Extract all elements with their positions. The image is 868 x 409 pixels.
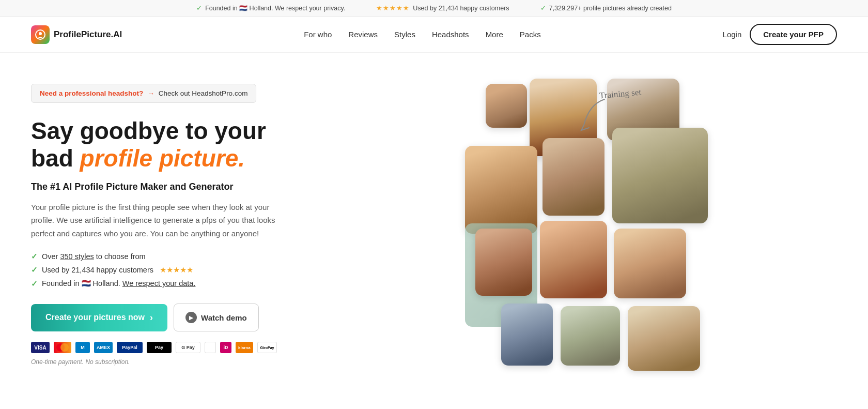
check-icon-styles: ✓ xyxy=(31,252,38,261)
feature-privacy-text: Founded in 🇳🇱 Holland. We respect your d… xyxy=(42,279,195,288)
feature-stars: ★★★★★ xyxy=(160,266,193,274)
login-button[interactable]: Login xyxy=(723,30,742,39)
features-list: ✓ Over 350 styles to choose from ✓ Used … xyxy=(31,252,331,288)
cta-row: Create your pictures now › ▶ Watch demo xyxy=(31,304,331,331)
photo-10 xyxy=(501,304,553,366)
topbar-customers: ★★★★★ Used by 21,434 happy customers xyxy=(376,4,509,12)
nav-reviews[interactable]: Reviews xyxy=(348,30,378,39)
topbar-pictures: ✓ 7,329,297+ profile pictures already cr… xyxy=(540,4,672,12)
navbar: ProfilePicture.AI For who Reviews Styles… xyxy=(0,17,868,53)
topbar-pictures-text: 7,329,297+ profile pictures already crea… xyxy=(549,5,672,12)
headline-colored: profile picture. xyxy=(80,145,245,172)
nav-styles[interactable]: Styles xyxy=(394,30,415,39)
styles-link[interactable]: 350 styles xyxy=(60,252,94,261)
photo-12 xyxy=(628,306,700,371)
check-icon-customers: ✓ xyxy=(31,266,38,274)
topbar-privacy-text: Founded in 🇳🇱 Holland. We respect your p… xyxy=(205,4,345,12)
one-time-text: One-time payment. No subscription. xyxy=(31,358,331,366)
check-icon-privacy2: ✓ xyxy=(31,280,38,288)
play-icon: ▶ xyxy=(185,312,197,323)
photo-8 xyxy=(540,221,607,298)
gpay-icon: G Pay xyxy=(176,342,200,353)
create-btn-arrow: › xyxy=(150,312,153,323)
photo-7 xyxy=(475,229,532,296)
photo-4 xyxy=(465,146,537,234)
check-icon-privacy: ✓ xyxy=(196,4,202,12)
banner-link: Check out HeadshotPro.com xyxy=(159,89,248,97)
topbar-stars: ★★★★★ xyxy=(376,4,410,12)
nav-packs[interactable]: Packs xyxy=(520,30,541,39)
amex-icon: AMEX xyxy=(94,342,113,353)
nav-headshots[interactable]: Headshots xyxy=(432,30,469,39)
nav-for-who[interactable]: For who xyxy=(304,30,332,39)
headshot-banner[interactable]: Need a professional headshot? → Check ou… xyxy=(31,84,256,103)
topbar-privacy: ✓ Founded in 🇳🇱 Holland. We respect your… xyxy=(196,4,345,12)
ideal-icon: iD xyxy=(220,342,231,353)
feature-styles: ✓ Over 350 styles to choose from xyxy=(31,252,331,261)
photo-6 xyxy=(612,128,708,223)
logo-text: ProfilePicture.AI xyxy=(54,29,122,40)
feature-customers: ✓ Used by 21,434 happy customers ★★★★★ xyxy=(31,266,331,274)
top-bar: ✓ Founded in 🇳🇱 Holland. We respect your… xyxy=(0,0,868,17)
headline: Say goodbye to your bad profile picture. xyxy=(31,117,331,172)
photo-11 xyxy=(561,306,620,366)
visa-icon: VISA xyxy=(31,342,50,353)
headline-line1: Say goodbye to your xyxy=(31,117,266,144)
applepay-icon: Pay xyxy=(147,342,172,353)
banner-arrow: → xyxy=(147,89,154,97)
nav-actions: Login Create your PFP xyxy=(723,24,837,45)
headline-line2: bad xyxy=(31,145,80,172)
payment-icons: VISA M AMEX PayPal Pay G Pay G iD klarna… xyxy=(31,342,331,353)
topbar-customers-text: Used by 21,434 happy customers xyxy=(413,5,509,12)
check-icon-pictures: ✓ xyxy=(540,4,546,12)
photo-5 xyxy=(542,138,605,216)
training-arrow xyxy=(579,94,610,135)
photo-9 xyxy=(614,229,686,298)
description: Your profile picture is the first thing … xyxy=(31,201,289,240)
feature-styles-text: Over 350 styles to choose from xyxy=(42,252,146,261)
subtitle: The #1 AI Profile Picture Maker and Gene… xyxy=(31,181,331,192)
main-content: Need a professional headshot? → Check ou… xyxy=(0,53,868,404)
svg-point-3 xyxy=(60,343,69,352)
feature-customers-text: Used by 21,434 happy customers xyxy=(42,266,153,274)
svg-point-1 xyxy=(39,32,42,35)
nav-links: For who Reviews Styles Headshots More Pa… xyxy=(304,30,541,39)
privacy-link[interactable]: We respect your data. xyxy=(122,279,196,287)
nav-more[interactable]: More xyxy=(486,30,503,39)
sofort-icon: klarna xyxy=(236,342,253,353)
hero-right: Training set xyxy=(351,73,837,384)
banner-highlight: Need a professional headshot? xyxy=(40,89,143,97)
watch-demo-label: Watch demo xyxy=(201,313,247,322)
logo-icon xyxy=(31,25,50,44)
maestro-icon: M xyxy=(75,342,90,353)
create-btn-label: Create your pictures now xyxy=(45,313,145,322)
google-icon: G xyxy=(205,342,216,353)
giropay-icon: GiroPay xyxy=(257,342,277,353)
create-pictures-button[interactable]: Create your pictures now › xyxy=(31,304,167,331)
logo[interactable]: ProfilePicture.AI xyxy=(31,25,122,44)
paypal-icon: PayPal xyxy=(117,342,143,353)
photo-1 xyxy=(486,84,527,128)
photo-collage: Training set xyxy=(465,79,723,378)
mastercard-icon xyxy=(54,342,71,353)
watch-demo-button[interactable]: ▶ Watch demo xyxy=(174,304,259,331)
hero-left: Need a professional headshot? → Check ou… xyxy=(31,73,331,366)
feature-privacy: ✓ Founded in 🇳🇱 Holland. We respect your… xyxy=(31,279,331,288)
create-pfp-button[interactable]: Create your PFP xyxy=(750,24,837,45)
